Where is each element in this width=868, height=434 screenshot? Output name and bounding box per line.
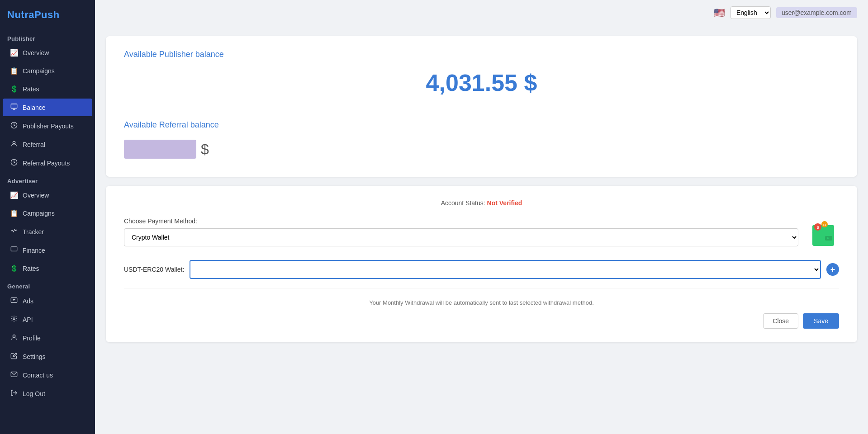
info-text: Your Monthly Withdrawal will be automati… — [124, 299, 839, 306]
sidebar-item-gen-api[interactable]: API — [3, 311, 92, 328]
publisher-balance-amount: 4,031.55 $ — [124, 65, 839, 107]
referral-balance-title: Available Referral balance — [124, 120, 839, 130]
advertiser-section-label: Advertiser — [0, 172, 95, 186]
finance-icon — [10, 246, 18, 255]
sidebar-label-pub-rates: Rates — [23, 85, 39, 93]
logout-icon — [10, 389, 18, 398]
sidebar-item-gen-profile[interactable]: Profile — [3, 329, 92, 347]
sidebar-item-gen-logout[interactable]: Log Out — [3, 385, 92, 402]
ads-icon — [10, 297, 18, 305]
sidebar-label-gen-ads: Ads — [23, 297, 33, 305]
svg-text:$: $ — [816, 225, 819, 230]
main-content: Available Publisher balance 4,031.55 $ A… — [95, 25, 868, 434]
api-icon — [10, 315, 18, 324]
sidebar-label-gen-profile: Profile — [23, 335, 41, 342]
payment-method-select[interactable]: Crypto Wallet Bank Transfer PayPal — [124, 228, 798, 246]
balance-icon — [10, 103, 18, 112]
adv-rates-icon: 💲 — [10, 264, 18, 273]
sidebar-label-pub-referral-payouts: Referral Payouts — [23, 160, 70, 167]
profile-icon — [10, 334, 18, 342]
balance-divider — [124, 111, 839, 111]
language-selector[interactable]: English Spanish French — [730, 6, 771, 19]
sidebar-label-pub-campaigns: Campaigns — [23, 67, 55, 75]
sidebar-label-adv-tracker: Tracker — [23, 228, 44, 236]
campaigns-icon: 📋 — [10, 67, 18, 75]
rates-icon: 💲 — [10, 85, 18, 93]
adv-campaigns-icon: 📋 — [10, 209, 18, 217]
publisher-section-label: Publisher — [0, 30, 95, 44]
settings-icon — [10, 352, 18, 361]
referral-icon — [10, 140, 18, 149]
svg-rect-6 — [11, 247, 17, 251]
payment-card: Account Status: Not Verified Choose Paym… — [106, 186, 857, 342]
sidebar-item-gen-contact[interactable]: Contact us — [3, 366, 92, 384]
svg-point-8 — [13, 318, 15, 320]
wallet-add-button[interactable]: + — [826, 263, 839, 276]
payouts-icon — [10, 122, 18, 130]
sidebar-label-gen-contact: Contact us — [23, 372, 53, 379]
svg-rect-7 — [11, 298, 17, 303]
adv-overview-icon: 📈 — [10, 191, 18, 199]
payment-method-row: Choose Payment Method: Crypto Wallet Ban… — [124, 217, 839, 249]
sidebar-item-adv-rates[interactable]: 💲 Rates — [3, 260, 92, 277]
svg-point-9 — [13, 335, 15, 337]
sidebar-item-adv-overview[interactable]: 📈 Overview — [3, 187, 92, 204]
sidebar-item-pub-referral-payouts[interactable]: Referral Payouts — [3, 154, 92, 172]
topbar: 🇺🇸 English Spanish French user@example.c… — [95, 0, 868, 25]
sidebar-label-adv-overview: Overview — [23, 192, 49, 199]
sidebar-item-pub-balance[interactable]: Balance — [3, 99, 92, 116]
account-status-value: Not Verified — [487, 199, 522, 207]
app-logo: NutraPush — [0, 0, 95, 30]
referral-currency: $ — [201, 141, 209, 158]
sidebar-label-gen-logout: Log Out — [23, 390, 45, 397]
sidebar-item-pub-overview[interactable]: 📈 Overview — [3, 44, 92, 61]
account-status-label: Account Status: — [441, 199, 485, 207]
language-flag: 🇺🇸 — [714, 7, 725, 18]
account-status-row: Account Status: Not Verified — [124, 199, 839, 207]
payment-method-label: Choose Payment Method: — [124, 217, 798, 225]
referral-balance-row: $ — [124, 137, 839, 163]
payment-method-left: Choose Payment Method: Crypto Wallet Ban… — [124, 217, 798, 246]
sidebar-label-adv-campaigns: Campaigns — [23, 210, 55, 217]
sidebar-item-adv-finance[interactable]: Finance — [3, 241, 92, 259]
tracker-icon — [10, 227, 18, 236]
sidebar: NutraPush Publisher 📈 Overview 📋 Campaig… — [0, 0, 95, 434]
save-button[interactable]: Save — [803, 313, 839, 329]
wallet-select[interactable] — [190, 260, 821, 279]
sidebar-label-gen-settings: Settings — [23, 353, 46, 360]
sidebar-item-gen-ads[interactable]: Ads — [3, 292, 92, 310]
sidebar-label-pub-balance: Balance — [23, 104, 46, 111]
svg-point-4 — [13, 142, 15, 144]
action-row: Close Save — [124, 313, 839, 329]
referral-balance-blurred — [124, 140, 196, 159]
sidebar-item-adv-tracker[interactable]: Tracker — [3, 223, 92, 241]
sidebar-item-pub-campaigns[interactable]: 📋 Campaigns — [3, 62, 92, 80]
sidebar-label-adv-rates: Rates — [23, 265, 39, 272]
sidebar-item-adv-campaigns[interactable]: 📋 Campaigns — [3, 205, 92, 222]
svg-text:B: B — [823, 223, 826, 227]
sidebar-label-gen-api: API — [23, 316, 33, 323]
general-section-label: General — [0, 278, 95, 292]
balance-card: Available Publisher balance 4,031.55 $ A… — [106, 36, 857, 177]
sidebar-item-pub-referral[interactable]: Referral — [3, 136, 92, 153]
sidebar-item-pub-rates[interactable]: 💲 Rates — [3, 80, 92, 98]
svg-point-20 — [827, 237, 829, 239]
sidebar-item-gen-settings[interactable]: Settings — [3, 348, 92, 365]
sidebar-label-pub-payouts: Publisher Payouts — [23, 123, 74, 130]
referral-payouts-icon — [10, 159, 18, 167]
sidebar-label-pub-referral: Referral — [23, 141, 45, 148]
contact-icon — [10, 371, 18, 379]
sidebar-label-adv-finance: Finance — [23, 247, 45, 254]
wallet-svg: $ B — [809, 219, 838, 248]
wallet-illustration: $ B — [807, 217, 839, 249]
wallet-row: USDT-ERC20 Wallet: + — [124, 260, 839, 288]
wallet-label: USDT-ERC20 Wallet: — [124, 266, 184, 273]
sidebar-label-pub-overview: Overview — [23, 49, 49, 57]
user-email: user@example.com.com — [776, 7, 857, 18]
close-button[interactable]: Close — [763, 313, 798, 329]
publisher-balance-title: Available Publisher balance — [124, 50, 839, 59]
overview-icon: 📈 — [10, 49, 18, 57]
sidebar-item-pub-payouts[interactable]: Publisher Payouts — [3, 117, 92, 135]
svg-rect-0 — [11, 104, 17, 108]
